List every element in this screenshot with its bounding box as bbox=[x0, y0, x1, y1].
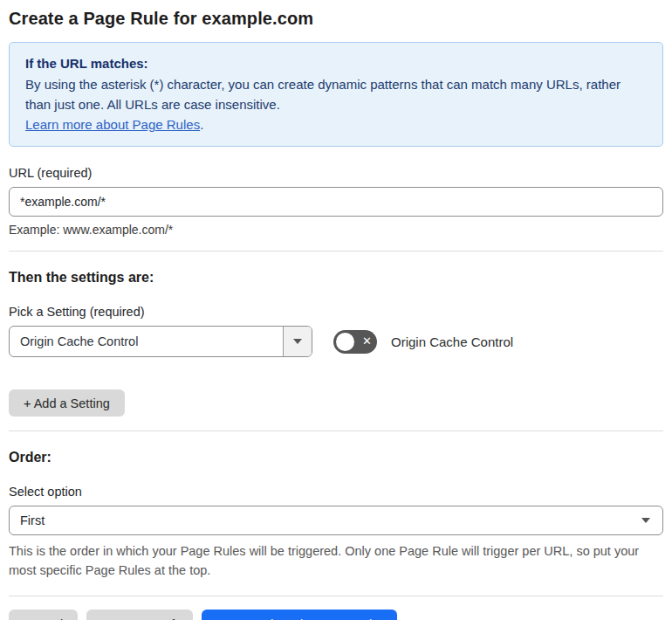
order-select[interactable]: First bbox=[9, 506, 663, 535]
page-title: Create a Page Rule for example.com bbox=[9, 9, 663, 29]
origin-cache-control-toggle[interactable]: ✕ bbox=[333, 330, 377, 354]
chevron-down-icon bbox=[293, 339, 302, 344]
order-section-heading: Order: bbox=[9, 450, 663, 465]
x-icon: ✕ bbox=[362, 335, 372, 347]
save-and-deploy-button[interactable]: Save and Deploy Page Rule bbox=[202, 610, 397, 620]
pick-setting-label: Pick a Setting (required) bbox=[9, 305, 663, 319]
save-as-draft-button[interactable]: Save as Draft bbox=[86, 610, 193, 620]
add-setting-button[interactable]: + Add a Setting bbox=[9, 389, 125, 417]
page-rule-form: Create a Page Rule for example.com If th… bbox=[0, 0, 672, 620]
footer-actions: Cancel Save as Draft Save and Deploy Pag… bbox=[9, 610, 663, 620]
url-match-info-box: If the URL matches: By using the asteris… bbox=[9, 42, 663, 147]
toggle-knob bbox=[336, 333, 354, 351]
divider bbox=[9, 596, 663, 596]
setting-row: Origin Cache Control ✕ Origin Cache Cont… bbox=[9, 326, 663, 357]
setting-dropdown-value: Origin Cache Control bbox=[10, 327, 283, 356]
info-box-body: By using the asterisk (*) character, you… bbox=[25, 74, 647, 114]
settings-section-heading: Then the settings are: bbox=[9, 270, 663, 286]
info-box-heading: If the URL matches: bbox=[25, 53, 647, 73]
order-help-text: This is the order in which your Page Rul… bbox=[9, 541, 659, 580]
info-box-link-line: Learn more about Page Rules. bbox=[25, 114, 647, 134]
chevron-down-icon bbox=[641, 518, 650, 523]
url-input[interactable] bbox=[9, 187, 663, 217]
order-select-value: First bbox=[20, 513, 45, 527]
cancel-button[interactable]: Cancel bbox=[9, 610, 78, 620]
toggle-label: Origin Cache Control bbox=[391, 334, 513, 349]
link-suffix: . bbox=[200, 117, 203, 132]
learn-more-link[interactable]: Learn more about Page Rules bbox=[25, 117, 200, 132]
setting-dropdown-arrow-button[interactable] bbox=[283, 327, 312, 356]
url-example-text: Example: www.example.com/* bbox=[9, 223, 663, 237]
divider bbox=[9, 431, 663, 431]
setting-dropdown[interactable]: Origin Cache Control bbox=[9, 326, 312, 357]
url-field-label: URL (required) bbox=[9, 166, 663, 180]
divider bbox=[9, 251, 663, 251]
order-select-label: Select option bbox=[9, 485, 663, 499]
